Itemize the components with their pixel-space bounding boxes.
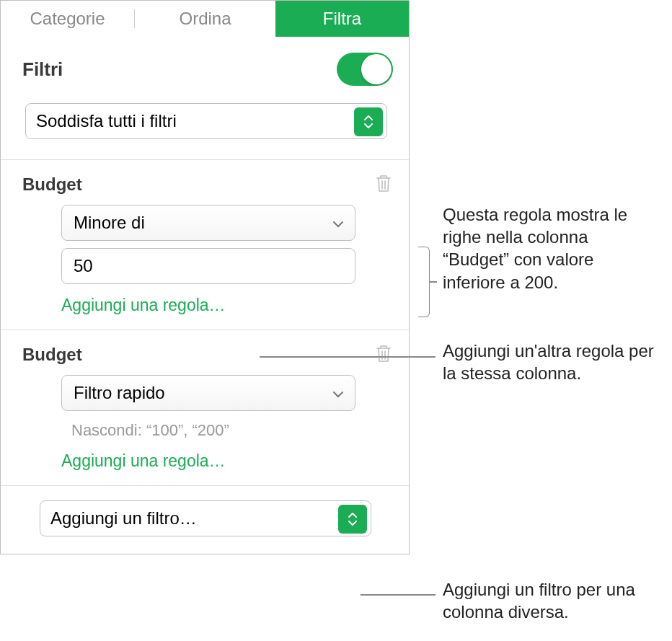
callout-line [430, 281, 437, 283]
operator-select[interactable]: Minore di [61, 205, 355, 241]
footer: Aggiungi un filtro… [1, 485, 409, 554]
filters-toggle[interactable] [337, 53, 393, 86]
match-mode-select[interactable]: Soddisfa tutti i filtri [25, 103, 387, 139]
add-rule-link[interactable]: Aggiungi una regola… [61, 296, 226, 315]
rule-block-1: Budget Minore di 50 Aggiungi una regola… [1, 159, 409, 330]
tab-ordina[interactable]: Ordina [135, 1, 275, 37]
quick-filter-select[interactable]: Filtro rapido [61, 375, 355, 411]
rule-column-label: Budget [22, 174, 82, 195]
toggle-knob [361, 54, 392, 84]
callout-line [260, 356, 436, 358]
match-mode-label: Soddisfa tutti i filtri [36, 111, 177, 131]
filter-panel: Categorie Ordina Filtra Filtri Soddisfa … [0, 0, 410, 554]
add-filter-label: Aggiungi un filtro… [50, 508, 197, 529]
tabs-bar: Categorie Ordina Filtra [1, 1, 409, 37]
filters-header: Filtri [1, 37, 409, 93]
callout-bracket [418, 247, 430, 317]
value-input[interactable]: 50 [61, 248, 355, 284]
add-filter-select[interactable]: Aggiungi un filtro… [40, 500, 371, 536]
operator-label: Minore di [74, 213, 145, 233]
tab-categorie[interactable]: Categorie [1, 1, 134, 37]
callout-line [361, 594, 436, 596]
updown-icon [354, 107, 383, 136]
filters-title: Filtri [22, 58, 63, 81]
trash-icon[interactable] [374, 343, 393, 366]
quick-hide-text: Nascondi: “100”, “200” [71, 421, 393, 440]
chevron-down-icon [332, 213, 345, 233]
rule-column-label: Budget [22, 345, 82, 365]
quick-filter-label: Filtro rapido [74, 383, 165, 403]
tab-filtra[interactable]: Filtra [275, 1, 409, 37]
callout-2: Aggiungi un'altra regola per la stessa c… [443, 340, 659, 384]
add-rule-link[interactable]: Aggiungi una regola… [61, 451, 226, 471]
value-text: 50 [74, 256, 93, 276]
chevron-down-icon [332, 383, 345, 403]
callout-1: Questa regola mostra le righe nella colo… [443, 203, 659, 293]
callout-3: Aggiungi un filtro per una colonna diver… [443, 578, 659, 623]
trash-icon[interactable] [374, 173, 393, 196]
rule-block-2: Budget Filtro rapido Nascondi: “100”, “2… [1, 330, 409, 485]
updown-icon [338, 505, 367, 534]
